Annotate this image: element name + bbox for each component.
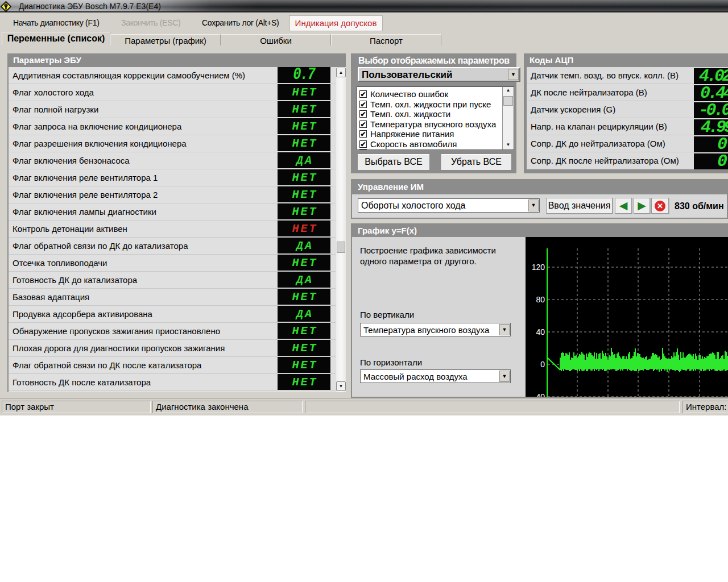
svg-text:80: 80	[536, 295, 545, 304]
svg-text:-40: -40	[533, 392, 545, 397]
svg-text:0: 0	[540, 360, 545, 369]
svg-text:120: 120	[532, 263, 545, 272]
svg-text:40: 40	[536, 327, 545, 336]
